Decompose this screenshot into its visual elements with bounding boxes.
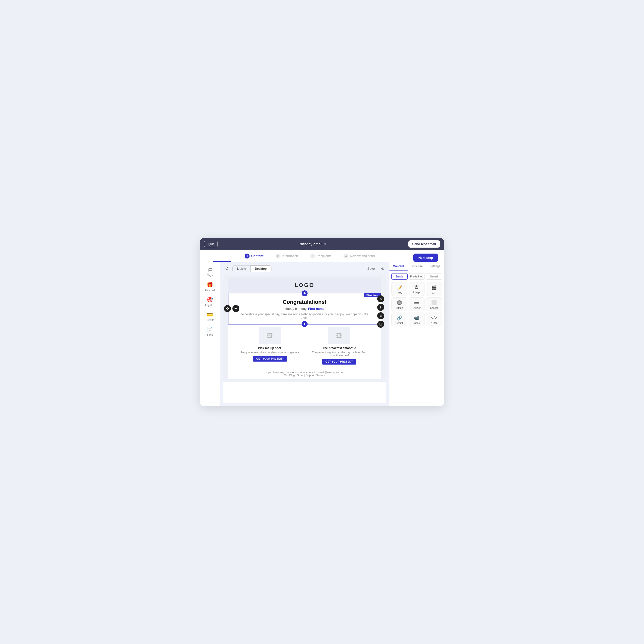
step-label-1: Content [251, 254, 263, 258]
block-label-image: Image [413, 291, 420, 294]
tags-icon: 🏷 [208, 267, 213, 273]
spacer-icon: ⬜ [431, 300, 437, 306]
top-bar-title: Birthday email ✏ [299, 242, 327, 246]
step-divider-3 [333, 256, 342, 256]
sidebar-item-files[interactable]: 📄 Files [202, 324, 218, 338]
main-area: 🏷 Tags 🎁 Giftcard 🎯 Loyalt... 💳 Credits … [200, 262, 444, 406]
email-title: Birthday email [299, 242, 322, 246]
tab-settings[interactable]: Settings [426, 262, 444, 271]
sidebar-label-files: Files [207, 333, 213, 336]
email-canvas: LOGO Structure + ✛ ✛ ✕ ⬇ ⧉ ❏ [223, 275, 386, 403]
canvas-area: ↺ Mobile Desktop Save ⟲ LOGO [220, 262, 389, 406]
send-test-button[interactable]: Send test email [408, 240, 440, 248]
step-num-2: 2 [275, 254, 280, 259]
step-content[interactable]: 1 Content [245, 254, 263, 259]
congrats-body: To celebrate your special day, here are … [238, 313, 371, 320]
save-button[interactable]: Save [365, 266, 377, 271]
sidebar-label-loyalty: Loyalt... [205, 304, 215, 307]
close-block-button[interactable]: ✕ [377, 295, 384, 302]
edit-title-icon[interactable]: ✏ [324, 242, 327, 246]
congrats-sub: Happy birthday, First name [238, 307, 371, 311]
block-video[interactable]: 📹 Video [409, 313, 425, 326]
right-panel: Content Structure Settings Basis Predefi… [389, 262, 444, 406]
copy-block-button[interactable]: ⧉ [377, 312, 384, 319]
product-col-1: 🖼 Pick-me-up shot. Enjoy one free juice … [235, 327, 305, 365]
canvas-toolbar: ↺ Mobile Desktop Save ⟲ [223, 265, 386, 272]
desktop-view-button[interactable]: Desktop [250, 266, 271, 272]
step-label-4: Review and send [350, 254, 375, 258]
image-icon: 🖼 [414, 285, 419, 290]
step-information[interactable]: 2 Information [275, 254, 298, 259]
block-gif[interactable]: 🎬 GIF [426, 282, 442, 296]
block-divider[interactable]: ➖ Divider [409, 297, 425, 311]
block-spacer[interactable]: ⬜ Spacer [426, 297, 442, 311]
sub-tab-basis[interactable]: Basis [391, 273, 408, 280]
block-label-divider: Divider [413, 307, 421, 309]
left-sidebar: 🏷 Tags 🎁 Giftcard 🎯 Loyalt... 💳 Credits … [200, 262, 220, 406]
product-image-1: 🖼 [259, 327, 281, 344]
drag-handle-left[interactable]: ✛ [224, 305, 231, 312]
history-button[interactable]: ⟲ [379, 265, 386, 272]
step-num-1: 1 [245, 254, 250, 259]
download-block-button[interactable]: ⬇ [377, 304, 384, 311]
step-recipients[interactable]: 3 Recipients [310, 254, 332, 259]
panel-sub-tabs: Basis Predefined Saved [389, 271, 444, 280]
block-button[interactable]: 🔘 Button [391, 297, 407, 311]
drag-handle-inner[interactable]: ✛ [232, 305, 239, 312]
email-logo: LOGO [232, 282, 377, 288]
mobile-view-button[interactable]: Mobile [233, 266, 250, 272]
block-image[interactable]: 🖼 Image [409, 282, 425, 296]
sidebar-item-credits[interactable]: 💳 Credits [202, 310, 218, 323]
block-label-button: Button [396, 307, 403, 309]
step-active-indicator [206, 261, 413, 262]
step-divider-1 [265, 256, 274, 256]
panel-tabs: Content Structure Settings [389, 262, 444, 271]
tab-structure[interactable]: Structure [408, 262, 426, 271]
duplicate-block-button[interactable]: ❏ [377, 321, 384, 328]
tab-content[interactable]: Content [389, 262, 408, 271]
sidebar-item-giftcard[interactable]: 🎁 Giftcard [202, 280, 218, 294]
sidebar-item-tags[interactable]: 🏷 Tags [202, 265, 218, 279]
step-review[interactable]: 4 Review and send [343, 254, 375, 259]
selected-block[interactable]: Structure + ✛ ✛ ✕ ⬇ ⧉ ❏ Congratulations! [228, 293, 381, 324]
add-block-below-button[interactable]: + [302, 321, 308, 327]
product-image-2: 🖼 [328, 327, 350, 344]
button-icon: 🔘 [397, 300, 402, 306]
html-icon: </> [431, 315, 437, 321]
product-title-1: Pick-me-up shot. [258, 346, 282, 350]
canvas-inner: LOGO Structure + ✛ ✛ ✕ ⬇ ⧉ ❏ [223, 275, 386, 382]
quit-button[interactable]: Quit [204, 241, 217, 247]
files-icon: 📄 [207, 326, 213, 332]
sidebar-label-giftcard: Giftcard [205, 289, 215, 292]
step-num-3: 3 [310, 254, 315, 259]
divider-icon: ➖ [414, 300, 419, 306]
products-row: 🖼 Pick-me-up shot. Enjoy one free juice … [228, 324, 381, 368]
next-step-button[interactable]: Next step [413, 254, 438, 262]
footer-links: Our Blog | Store | Support Service [230, 374, 379, 377]
block-html[interactable]: </> HTML [426, 313, 442, 326]
add-block-above-button[interactable]: + [302, 290, 308, 296]
first-name-highlight: First name [308, 307, 324, 311]
product-title-2: Free breakfast smoothie. [322, 346, 357, 350]
product-btn-1[interactable]: GET YOUR PRESENT [253, 356, 287, 362]
social-icon: 🔗 [397, 315, 402, 321]
sub-tab-predefined[interactable]: Predefined [409, 273, 425, 280]
sidebar-label-credits: Credits [206, 319, 214, 322]
step-label-2: Information [282, 254, 298, 258]
sidebar-item-loyalty[interactable]: 🎯 Loyalt... [202, 295, 218, 309]
refresh-button[interactable]: ↺ [223, 265, 230, 272]
block-social[interactable]: 🔗 Social [391, 313, 407, 326]
block-text[interactable]: 📝 Text [391, 282, 407, 296]
congrats-sub-prefix: Happy birthday, [285, 307, 308, 311]
congrats-block: Congratulations! Happy birthday, First n… [228, 293, 381, 324]
video-icon: 📹 [414, 315, 419, 321]
block-label-gif: GIF [432, 291, 436, 294]
sub-tab-saved[interactable]: Saved [426, 273, 442, 280]
block-label-text: Text [397, 291, 402, 294]
content-blocks-grid: 📝 Text 🖼 Image 🎬 GIF 🔘 Button ➖ Di [389, 280, 444, 329]
loyalty-icon: 🎯 [207, 297, 213, 303]
product-btn-2[interactable]: GET YOUR PRESENT [322, 359, 356, 365]
step-active-bar [213, 261, 231, 262]
product-desc-1: Enjoy one free juice shot (lemongrass or… [240, 351, 299, 354]
email-footer: If you have any questions please contact… [228, 368, 381, 379]
